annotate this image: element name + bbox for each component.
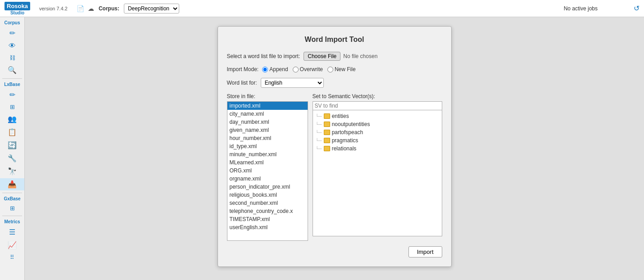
dialog-footer: Import: [227, 246, 442, 257]
file-list-item[interactable]: minute_number.xml: [227, 150, 308, 158]
corpus-select[interactable]: DeepRecognition: [124, 4, 179, 14]
refresh-icon[interactable]: ↺: [634, 4, 639, 13]
file-list-item[interactable]: city_name.xml: [227, 110, 308, 118]
sidebar-section-metrics: Metrics: [0, 219, 24, 224]
file-list-item[interactable]: imported.xml: [227, 102, 308, 110]
radio-append[interactable]: Append: [262, 66, 288, 72]
folder-icon: [324, 146, 330, 151]
tree-connector-icon: └─: [316, 138, 322, 143]
sidebar-item-corpus-link[interactable]: ⛓: [0, 53, 24, 63]
folder-icon: [324, 113, 330, 119]
main-layout: Corpus ✏ 👁 ⛓ 🔍 LxBase ✏ ⊞ 👥 📋 🔄 🔧 🔭 📥 Gx…: [0, 17, 644, 280]
sidebar-item-corpus-write[interactable]: ✏: [0, 27, 24, 39]
sidebar-item-gxbase-grid[interactable]: ⊞: [0, 203, 24, 213]
sv-title: Set to Semantic Vector(s):: [313, 93, 442, 99]
sidebar-item-corpus-view[interactable]: 👁: [0, 40, 24, 52]
cloud-icon[interactable]: ☁: [88, 5, 94, 12]
sidebar-item-metrics-chart[interactable]: 📈: [0, 239, 24, 251]
sidebar-item-corpus-search[interactable]: 🔍: [0, 64, 24, 76]
sidebar-section-gxbase: GxBase: [0, 196, 24, 201]
file-list-item[interactable]: ORG.xml: [227, 167, 308, 175]
sv-tree-label: partofspeach: [332, 129, 363, 135]
dialog-title: Word Import Tool: [227, 36, 442, 44]
sidebar-item-lxbase-table[interactable]: ⊞: [0, 102, 24, 112]
logo-bottom: Studio: [10, 10, 24, 15]
import-button[interactable]: Import: [408, 246, 442, 257]
file-list-item[interactable]: day_number.xml: [227, 118, 308, 126]
content-area: Word Import Tool Select a word list file…: [25, 17, 644, 280]
radio-overwrite[interactable]: Overwrite: [293, 66, 323, 72]
topbar: Rosoka Studio version 7.4.2 📄 ☁ Corpus: …: [0, 0, 644, 17]
sidebar-item-lxbase-binoculars[interactable]: 🔭: [0, 165, 24, 177]
file-list-item[interactable]: hour_number.xml: [227, 134, 308, 142]
file-list-item[interactable]: TIMESTAMP.xml: [227, 215, 308, 223]
choose-file-button[interactable]: Choose File: [304, 52, 340, 61]
tree-connector-icon: └─: [316, 130, 322, 135]
two-col-area: Store in file: imported.xmlcity_name.xml…: [227, 93, 442, 241]
folder-icon: [324, 122, 330, 127]
sidebar-item-lxbase-edit[interactable]: ✏: [0, 89, 24, 101]
import-mode-label: Import Mode:: [227, 66, 259, 72]
sidebar-item-lxbase-users[interactable]: 👥: [0, 113, 24, 125]
file-list-item[interactable]: orgname.xml: [227, 175, 308, 183]
version-text: version 7.4.2: [39, 6, 68, 11]
radio-newfile-label: New File: [335, 66, 356, 72]
word-list-label: Word list for:: [227, 80, 257, 86]
select-file-label: Select a word list file to import:: [227, 53, 300, 59]
sv-tree-item[interactable]: └─ entities: [313, 112, 442, 120]
file-list-item[interactable]: person_indicator_pre.xml: [227, 183, 308, 191]
logo-box: Rosoka: [5, 2, 30, 10]
file-list-item[interactable]: second_number.xml: [227, 199, 308, 207]
sidebar-item-lxbase-book[interactable]: 📋: [0, 126, 24, 138]
file-input-area: Choose File No file chosen: [304, 52, 377, 61]
radio-append-label: Append: [269, 66, 288, 72]
file-list-item[interactable]: id_type.xml: [227, 142, 308, 150]
sidebar-section-corpus: Corpus: [0, 20, 24, 25]
select-file-row: Select a word list file to import: Choos…: [227, 52, 442, 61]
radio-append-input[interactable]: [262, 67, 268, 72]
sv-col: Set to Semantic Vector(s): └─ entities └…: [313, 93, 442, 241]
sidebar-item-lxbase-arrows[interactable]: 🔄: [0, 139, 24, 151]
sidebar-item-metrics-list[interactable]: ☰: [0, 226, 24, 238]
radio-newfile[interactable]: New File: [327, 66, 356, 72]
file-list[interactable]: imported.xmlcity_name.xmlday_number.xmlg…: [227, 101, 308, 241]
sidebar-item-metrics-nodes[interactable]: ⠿: [0, 252, 24, 262]
tree-connector-icon: └─: [316, 122, 322, 127]
sv-tree-label: relationals: [332, 145, 357, 152]
folder-icon: [324, 130, 330, 135]
folder-icon: [324, 138, 330, 143]
logo-area: Rosoka Studio: [5, 2, 30, 15]
document-icon[interactable]: 📄: [77, 5, 84, 12]
sidebar-item-lxbase-tools[interactable]: 🔧: [0, 152, 24, 164]
corpus-label: Corpus:: [99, 5, 119, 12]
file-list-item[interactable]: MLearned.xml: [227, 158, 308, 167]
file-list-item[interactable]: userEnglish.xml: [227, 223, 308, 231]
no-file-chosen-label: No file chosen: [343, 53, 377, 59]
sv-tree-item[interactable]: └─ pragmatics: [313, 136, 442, 145]
sv-tree-label: nooutputentities: [332, 121, 370, 127]
radio-newfile-input[interactable]: [327, 67, 333, 72]
sv-tree-item[interactable]: └─ nooutputentities: [313, 120, 442, 128]
language-select[interactable]: English French Spanish German: [261, 78, 324, 88]
store-in-file-title: Store in file:: [227, 93, 308, 99]
sv-tree-item[interactable]: └─ partofspeach: [313, 128, 442, 136]
sv-search-input[interactable]: [313, 101, 442, 110]
topbar-doc-icons: 📄 ☁: [77, 5, 94, 12]
radio-overwrite-input[interactable]: [293, 67, 299, 72]
tree-connector-icon: └─: [316, 146, 322, 151]
sidebar: Corpus ✏ 👁 ⛓ 🔍 LxBase ✏ ⊞ 👥 📋 🔄 🔧 🔭 📥 Gx…: [0, 17, 25, 280]
radio-overwrite-label: Overwrite: [300, 66, 323, 72]
file-list-item[interactable]: given_name.xml: [227, 126, 308, 134]
sidebar-item-lxbase-import[interactable]: 📥: [0, 178, 24, 190]
word-import-dialog: Word Import Tool Select a word list file…: [218, 26, 452, 267]
file-list-item[interactable]: telephone_country_code.x: [227, 207, 308, 215]
tree-connector-icon: └─: [316, 114, 322, 119]
store-in-file-col: Store in file: imported.xmlcity_name.xml…: [227, 93, 308, 241]
sv-tree-item[interactable]: └─ relationals: [313, 145, 442, 153]
sv-tree-label: pragmatics: [332, 137, 358, 144]
sv-tree: └─ entities └─ nooutputentities └─ parto…: [313, 110, 442, 236]
word-list-row: Word list for: English French Spanish Ge…: [227, 78, 442, 88]
file-list-item[interactable]: religious_books.xml: [227, 191, 308, 199]
sidebar-section-lxbase: LxBase: [0, 82, 24, 87]
no-jobs-label: No active jobs: [564, 5, 598, 12]
